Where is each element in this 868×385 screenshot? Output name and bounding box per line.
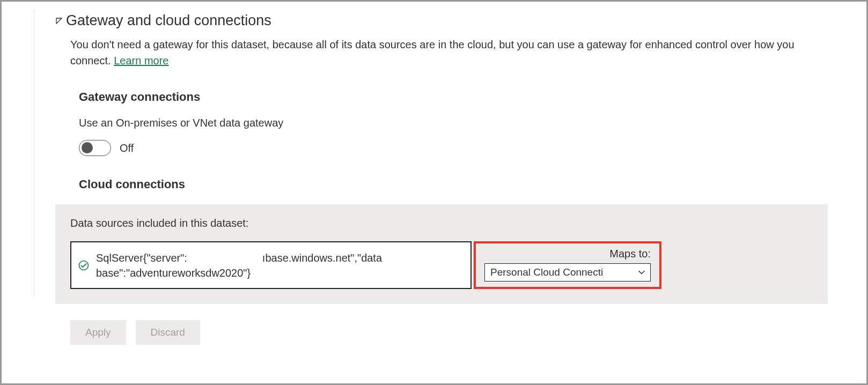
learn-more-link[interactable]: Learn more	[114, 55, 168, 66]
data-source-row: SqlServer{"server":ıbase.windows.net","d…	[70, 241, 813, 289]
collapse-triangle-icon	[55, 17, 63, 25]
description-text: You don't need a gateway for this datase…	[70, 39, 795, 66]
data-sources-label: Data sources included in this dataset:	[70, 217, 813, 229]
apply-button[interactable]: Apply	[70, 320, 126, 345]
data-source-item: SqlServer{"server":ıbase.windows.net","d…	[70, 241, 472, 289]
gateway-toggle-label: Use an On-premises or VNet data gateway	[79, 117, 828, 129]
status-ok-icon	[78, 260, 90, 271]
section-description: You don't need a gateway for this datase…	[70, 36, 828, 69]
gateway-connections-section: Gateway connections Use an On-premises o…	[79, 90, 828, 156]
cloud-connections-title: Cloud connections	[79, 177, 828, 191]
toggle-knob	[82, 142, 93, 153]
gateway-toggle[interactable]	[79, 140, 111, 156]
cloud-connections-section: Cloud connections	[79, 177, 828, 191]
vertical-divider	[34, 9, 34, 297]
section-header[interactable]: Gateway and cloud connections	[55, 12, 828, 29]
footer-buttons: Apply Discard	[70, 320, 828, 345]
gateway-connections-title: Gateway connections	[79, 90, 828, 104]
maps-to-highlight: Maps to: Personal Cloud Connecti	[474, 241, 661, 289]
discard-button[interactable]: Discard	[136, 320, 200, 345]
chevron-down-icon	[637, 268, 646, 277]
maps-to-value: Personal Cloud Connecti	[490, 266, 603, 278]
maps-to-dropdown[interactable]: Personal Cloud Connecti	[484, 263, 651, 282]
svg-point-0	[79, 261, 89, 270]
maps-to-label: Maps to:	[484, 248, 651, 260]
data-sources-panel: Data sources included in this dataset: S…	[55, 204, 828, 304]
section-title: Gateway and cloud connections	[66, 12, 271, 29]
data-source-text: SqlServer{"server":ıbase.windows.net","d…	[96, 250, 382, 280]
gateway-toggle-state: Off	[120, 142, 134, 154]
